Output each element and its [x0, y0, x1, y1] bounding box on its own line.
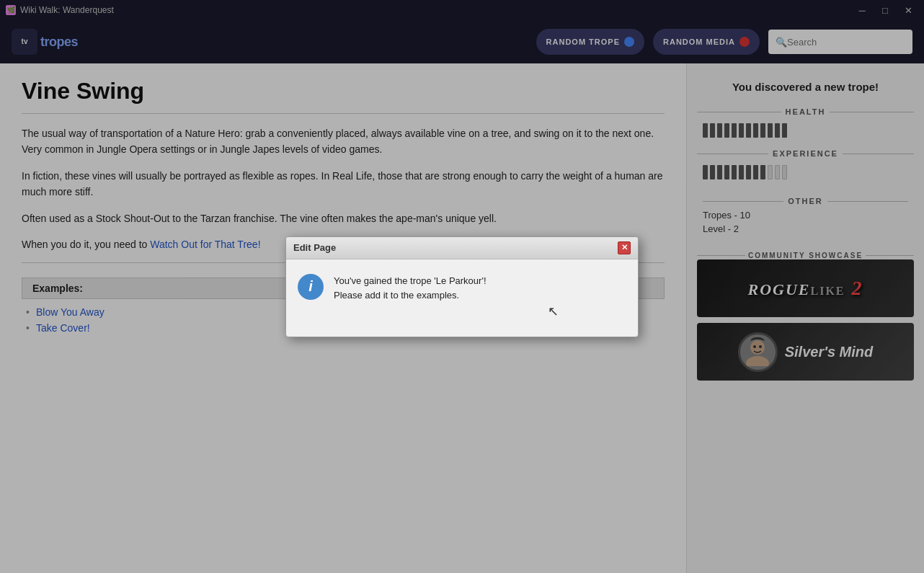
modal-message-line2: Please add it to the examples. — [334, 288, 487, 303]
modal-message: You've gained the trope 'Le Parkour'! Pl… — [334, 274, 487, 304]
modal-info-icon: i — [298, 274, 324, 300]
modal-dialog: Edit Page ✕ i You've gained the trope 'L… — [285, 236, 639, 337]
modal-message-line1: You've gained the trope 'Le Parkour'! — [334, 274, 487, 289]
modal-title: Edit Page — [293, 242, 336, 253]
modal-titlebar: Edit Page ✕ — [286, 237, 638, 259]
modal-body: i You've gained the trope 'Le Parkour'! … — [286, 259, 638, 319]
modal-close-button[interactable]: ✕ — [618, 241, 631, 254]
cursor-indicator: ↖ — [548, 303, 559, 319]
modal-overlay: Edit Page ✕ i You've gained the trope 'L… — [0, 0, 924, 573]
